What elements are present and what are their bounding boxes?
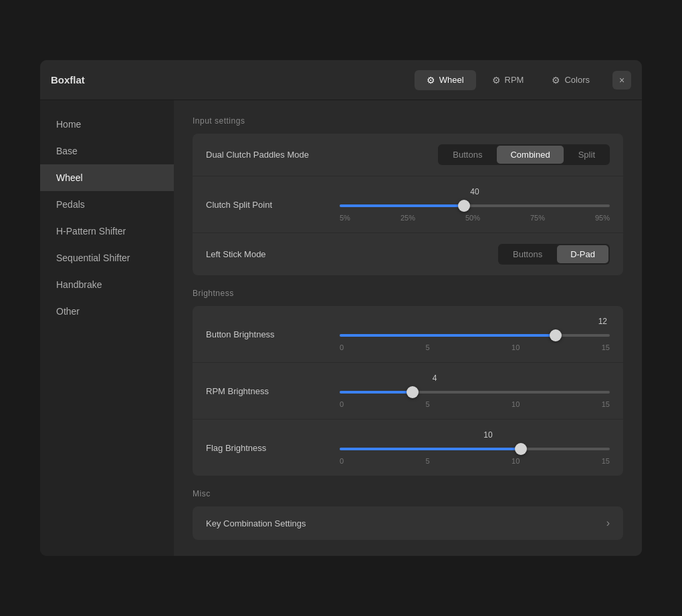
button-brightness-track [340,329,610,342]
btn-brightness-thumb[interactable] [550,329,562,341]
sidebar-item-sequential-shifter[interactable]: Sequential Shifter [40,245,174,271]
flag-brightness-tick-3: 15 [602,457,610,465]
button-brightness-slider-area: 12 0 5 10 15 [326,317,610,351]
rpm-brightness-thumb[interactable] [407,386,419,398]
header: Boxflat ⚙ Wheel ⚙ RPM ⚙ Colors × [40,60,642,100]
wheel-tab-icon: ⚙ [427,75,435,86]
tab-wheel-label: Wheel [439,75,464,85]
dual-clutch-row: Dual Clutch Paddles Mode Buttons Combine… [193,134,623,176]
clutch-tick-2: 50% [465,214,480,222]
sidebar-item-other[interactable]: Other [40,298,174,325]
dual-clutch-combined-btn[interactable]: Combined [497,146,563,164]
key-combination-row[interactable]: Key Combination Settings › [193,506,623,540]
rpm-brightness-tick-labels: 0 5 10 15 [340,400,610,408]
left-stick-label: Left Stick Mode [206,249,326,259]
tab-colors-label: Colors [564,75,590,85]
clutch-tick-4: 95% [595,214,610,222]
rpm-brightness-tick-0: 0 [340,400,344,408]
rpm-brightness-slider-area: 4 0 5 10 15 [326,373,610,408]
left-stick-controls: Buttons D-Pad [326,244,610,265]
sidebar: Home Base Wheel Pedals H-Pattern Shifter… [40,100,174,556]
dual-clutch-btn-group: Buttons Combined Split [438,144,610,165]
tab-wheel[interactable]: ⚙ Wheel [415,70,476,90]
tab-rpm-label: RPM [505,75,524,85]
rpm-brightness-row: RPM Brightness 4 0 5 10 15 [193,363,623,420]
brightness-card: Button Brightness 12 0 5 10 15 [193,306,623,476]
sidebar-item-home[interactable]: Home [40,111,174,138]
left-stick-row: Left Stick Mode Buttons D-Pad [193,233,623,275]
clutch-split-tick-labels: 5% 25% 50% 75% 95% [340,214,610,222]
clutch-split-label: Clutch Split Point [206,200,326,210]
flag-brightness-value: 10 [366,430,610,440]
flag-brightness-track [340,442,610,456]
clutch-tick-3: 75% [530,214,545,222]
left-stick-dpad-btn[interactable]: D-Pad [557,245,608,263]
clutch-split-thumb[interactable] [458,200,470,212]
key-combination-chevron: › [606,517,610,529]
main-content: Input settings Dual Clutch Paddles Mode … [174,100,642,556]
rpm-tab-icon: ⚙ [492,75,501,86]
flag-brightness-thumb[interactable] [515,443,527,455]
rpm-brightness-tick-3: 15 [602,400,610,408]
dual-clutch-controls: Buttons Combined Split [326,144,610,165]
app-window: Boxflat ⚙ Wheel ⚙ RPM ⚙ Colors × Home [40,60,642,556]
body: Home Base Wheel Pedals H-Pattern Shifter… [40,100,642,556]
brightness-label: Brightness [193,289,623,298]
clutch-split-value: 40 [340,187,610,196]
rpm-brightness-tick-2: 10 [511,400,520,408]
clutch-split-track [340,199,610,212]
flag-brightness-tick-2: 10 [511,457,520,465]
btn-brightness-tick-labels: 0 5 10 15 [340,343,610,351]
rpm-brightness-label: RPM Brightness [206,386,326,396]
button-brightness-value: 12 [340,317,610,326]
button-brightness-row: Button Brightness 12 0 5 10 15 [193,306,623,363]
dual-clutch-buttons-btn[interactable]: Buttons [439,146,495,164]
sidebar-item-handbrake[interactable]: Handbrake [40,271,174,298]
sidebar-item-base[interactable]: Base [40,138,174,164]
rpm-brightness-tick-1: 5 [426,400,430,408]
dual-clutch-split-btn[interactable]: Split [565,146,608,164]
btn-brightness-tick-0: 0 [340,343,344,351]
tab-rpm[interactable]: ⚙ RPM [480,70,536,90]
close-button[interactable]: × [612,71,631,90]
misc-label: Misc [193,489,623,498]
input-settings-label: Input settings [193,116,623,126]
button-brightness-label: Button Brightness [206,329,326,339]
sidebar-item-h-pattern-shifter[interactable]: H-Pattern Shifter [40,218,174,245]
dual-clutch-label: Dual Clutch Paddles Mode [206,150,326,160]
rpm-brightness-value: 4 [259,373,610,383]
rpm-brightness-track [340,386,610,399]
sidebar-item-wheel[interactable]: Wheel [40,164,174,191]
flag-brightness-row: Flag Brightness 10 0 5 10 15 [193,420,623,476]
clutch-split-row: Clutch Split Point 40 5% 25% 50% 75% [193,176,623,233]
flag-brightness-label: Flag Brightness [206,443,326,453]
input-settings-card: Dual Clutch Paddles Mode Buttons Combine… [193,134,623,275]
tab-colors[interactable]: ⚙ Colors [540,70,602,90]
flag-brightness-tick-0: 0 [340,457,344,465]
clutch-split-fill [340,204,464,207]
rpm-brightness-fill [340,391,413,394]
app-title: Boxflat [51,74,144,86]
btn-brightness-tick-3: 15 [602,343,610,351]
clutch-tick-0: 5% [340,214,350,222]
flag-brightness-slider-area: 10 0 5 10 15 [326,430,610,465]
btn-brightness-tick-1: 5 [426,343,430,351]
flag-brightness-tick-labels: 0 5 10 15 [340,457,610,465]
btn-brightness-fill [340,334,556,337]
flag-brightness-tick-1: 5 [426,457,430,465]
close-icon: × [619,75,624,86]
left-stick-buttons-btn[interactable]: Buttons [499,245,556,263]
sidebar-item-pedals[interactable]: Pedals [40,191,174,218]
clutch-tick-1: 25% [401,214,415,222]
left-stick-btn-group: Buttons D-Pad [498,244,610,265]
colors-tab-icon: ⚙ [552,75,560,86]
tab-group: ⚙ Wheel ⚙ RPM ⚙ Colors [415,70,602,90]
flag-brightness-fill [340,448,521,450]
key-combination-label: Key Combination Settings [206,518,306,528]
clutch-split-slider-area: 40 5% 25% 50% 75% 95% [326,187,610,222]
btn-brightness-tick-2: 10 [511,343,520,351]
